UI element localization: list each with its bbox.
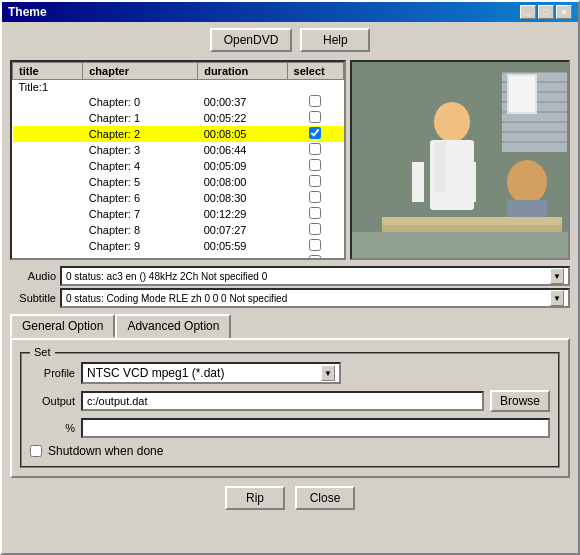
chapter-cell: Chapter: 2 [83, 126, 198, 142]
tabs-section: General Option Advanced Option Set Profi… [10, 314, 570, 478]
profile-dropdown[interactable]: NTSC VCD mpeg1 (*.dat) ▼ [81, 362, 341, 384]
close-button[interactable]: Close [295, 486, 355, 510]
title-select [287, 80, 343, 95]
set-group: Set Profile NTSC VCD mpeg1 (*.dat) ▼ Out… [20, 352, 560, 468]
col-chapter: chapter [83, 63, 198, 80]
title-bar: Theme _ □ × [2, 2, 578, 22]
group-label: Set [30, 346, 55, 358]
content-area: OpenDVD Help title chapter duration sele… [2, 22, 578, 516]
chapter-cell: Chapter: 10 [83, 254, 198, 258]
svg-point-16 [507, 160, 547, 204]
shutdown-checkbox[interactable] [30, 445, 42, 457]
duration-cell: 00:06:44 [198, 142, 287, 158]
shutdown-label: Shutdown when done [48, 444, 163, 458]
subtitle-row: Subtitle 0 status: Coding Mode RLE zh 0 … [10, 288, 570, 308]
profile-row: Profile NTSC VCD mpeg1 (*.dat) ▼ [30, 362, 550, 384]
shutdown-row: Shutdown when done [30, 444, 550, 458]
table-row: Chapter: 7 00:12:29 [13, 206, 344, 222]
chapter-cell: Chapter: 7 [83, 206, 198, 222]
chapter-cell: Chapter: 9 [83, 238, 198, 254]
video-frame [352, 62, 570, 260]
select-checkbox[interactable] [309, 127, 321, 139]
duration-cell: 00:08:30 [198, 190, 287, 206]
col-title: title [13, 63, 83, 80]
duration-cell: 00:07:28 [198, 254, 287, 258]
select-checkbox[interactable] [309, 159, 321, 171]
select-checkbox[interactable] [309, 191, 321, 203]
chapter-table-container: title chapter duration select Title:1 [10, 60, 346, 260]
audio-dropdown-arrow: ▼ [550, 268, 564, 284]
chapter-table: title chapter duration select Title:1 [12, 62, 344, 258]
duration-cell: 00:05:59 [198, 238, 287, 254]
select-checkbox[interactable] [309, 207, 321, 219]
close-button[interactable]: × [556, 5, 572, 19]
table-row: Chapter: 8 00:07:27 [13, 222, 344, 238]
svg-rect-22 [464, 162, 476, 202]
subtitle-dropdown-arrow: ▼ [550, 290, 564, 306]
svg-rect-21 [412, 162, 424, 202]
select-checkbox[interactable] [309, 175, 321, 187]
duration-cell: 00:07:27 [198, 222, 287, 238]
profile-label: Profile [30, 367, 75, 379]
title-duration [198, 80, 287, 95]
select-checkbox[interactable] [309, 143, 321, 155]
audio-dropdown[interactable]: 0 status: ac3 en () 48kHz 2Ch Not specif… [60, 266, 570, 286]
select-checkbox[interactable] [309, 239, 321, 251]
table-row: Chapter: 6 00:08:30 [13, 190, 344, 206]
duration-cell: 00:08:05 [198, 126, 287, 142]
select-checkbox[interactable] [309, 255, 321, 258]
chapter-cell: Chapter: 5 [83, 174, 198, 190]
duration-cell: 00:05:09 [198, 158, 287, 174]
col-select: select [287, 63, 343, 80]
output-label: Output [30, 395, 75, 407]
svg-rect-12 [509, 76, 535, 112]
table-row: Chapter: 1 00:05:22 [13, 110, 344, 126]
svg-rect-20 [352, 232, 570, 260]
duration-cell: 00:00:37 [198, 94, 287, 110]
svg-rect-19 [382, 217, 562, 225]
minimize-button[interactable]: _ [520, 5, 536, 19]
opendvd-button[interactable]: OpenDVD [210, 28, 293, 52]
select-checkbox[interactable] [309, 223, 321, 235]
maximize-button[interactable]: □ [538, 5, 554, 19]
chapter-cell: Chapter: 4 [83, 158, 198, 174]
tab-content-general: Set Profile NTSC VCD mpeg1 (*.dat) ▼ Out… [10, 338, 570, 478]
chapter-table-scroll[interactable]: title chapter duration select Title:1 [12, 62, 344, 258]
help-button[interactable]: Help [300, 28, 370, 52]
table-row: Chapter: 9 00:05:59 [13, 238, 344, 254]
progress-bar [81, 418, 550, 438]
col-duration: duration [198, 63, 287, 80]
audio-label: Audio [10, 270, 60, 282]
audio-value: 0 status: ac3 en () 48kHz 2Ch Not specif… [66, 271, 267, 282]
table-row: Chapter: 10 00:07:28 [13, 254, 344, 258]
tab-general[interactable]: General Option [10, 314, 115, 338]
title-row: Title:1 [13, 80, 344, 95]
table-row: Chapter: 4 00:05:09 [13, 158, 344, 174]
tab-advanced[interactable]: Advanced Option [115, 314, 231, 338]
subtitle-label: Subtitle [10, 292, 60, 304]
select-checkbox[interactable] [309, 95, 321, 107]
browse-button[interactable]: Browse [490, 390, 550, 412]
subtitle-value: 0 status: Coding Mode RLE zh 0 0 0 Not s… [66, 293, 287, 304]
main-area: title chapter duration select Title:1 [10, 60, 570, 260]
audio-subtitle-section: Audio 0 status: ac3 en () 48kHz 2Ch Not … [10, 266, 570, 308]
profile-dropdown-arrow: ▼ [321, 365, 335, 381]
percent-label: % [30, 422, 75, 434]
profile-value: NTSC VCD mpeg1 (*.dat) [87, 366, 224, 380]
chapter-cell: Chapter: 3 [83, 142, 198, 158]
rip-button[interactable]: Rip [225, 486, 285, 510]
select-checkbox[interactable] [309, 111, 321, 123]
bottom-buttons: Rip Close [10, 486, 570, 510]
main-window: Theme _ □ × OpenDVD Help title chapter [0, 0, 580, 555]
table-row-selected: Chapter: 2 00:08:05 [13, 126, 344, 142]
output-input[interactable] [81, 391, 484, 411]
table-row: Chapter: 0 00:00:37 [13, 94, 344, 110]
title-value: Title:1 [13, 80, 83, 95]
duration-cell: 00:12:29 [198, 206, 287, 222]
subtitle-dropdown[interactable]: 0 status: Coding Mode RLE zh 0 0 0 Not s… [60, 288, 570, 308]
chapter-cell: Chapter: 8 [83, 222, 198, 238]
video-preview [350, 60, 570, 260]
svg-point-13 [434, 102, 470, 142]
table-row: Chapter: 5 00:08:00 [13, 174, 344, 190]
toolbar: OpenDVD Help [10, 28, 570, 52]
